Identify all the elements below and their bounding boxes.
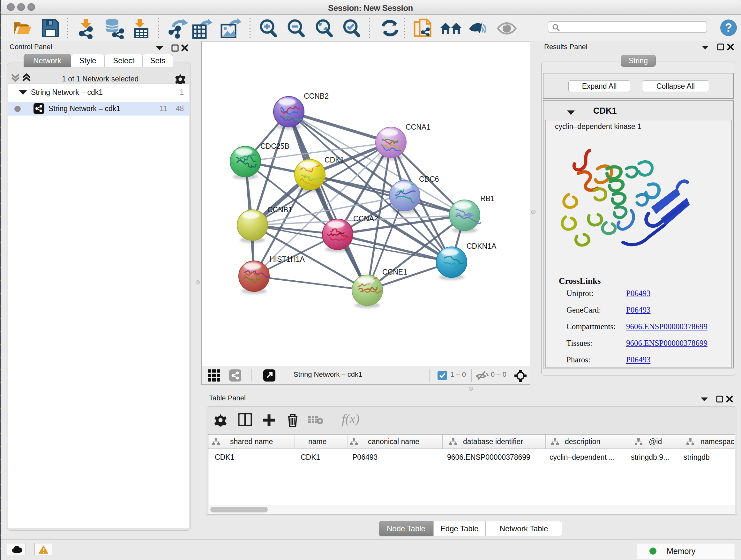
svg-text:CCNA1: CCNA1 — [406, 123, 430, 131]
svg-text:CDK1: CDK1 — [325, 156, 344, 164]
svg-text:CDKN1A: CDKN1A — [467, 242, 496, 250]
svg-text:RB1: RB1 — [480, 194, 495, 203]
svg-text:CCNE1: CCNE1 — [382, 268, 407, 276]
svg-text:?: ? — [725, 21, 732, 34]
svg-text:HIST1H1A: HIST1H1A — [270, 255, 305, 263]
svg-text:CCNB2: CCNB2 — [304, 92, 329, 100]
svg-text:CDC6: CDC6 — [419, 175, 439, 183]
svg-text:CDC25B: CDC25B — [260, 142, 289, 150]
svg-text:CCNA2: CCNA2 — [353, 214, 378, 223]
svg-text:CCNB1: CCNB1 — [267, 206, 292, 214]
